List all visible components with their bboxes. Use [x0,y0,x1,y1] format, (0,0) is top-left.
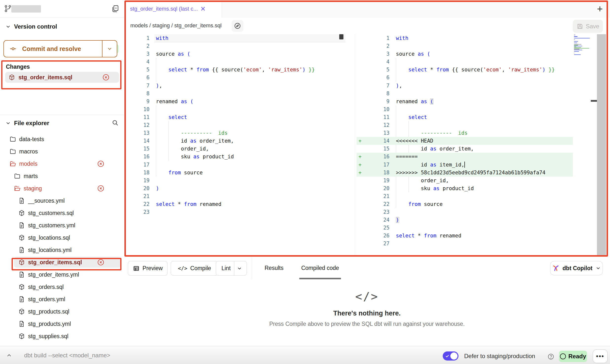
code-line: 20) [124,184,345,192]
breadcrumb-row: models / staging / stg_order_items.sql S… [124,18,610,34]
overview-ruler-marker [591,100,597,102]
code-line: 6 [356,74,573,82]
deleted-marker-icon[interactable] [97,184,105,192]
file-explorer-title: File explorer [14,120,49,127]
code-line: +18>>>>>>> 58c1dd23d5eebd9cd2495fa7124ab… [356,169,573,177]
file-tree-label: stg_customers.yml [28,222,75,229]
code-editor-left[interactable]: 1with23source as (45 select * from {{ so… [124,34,345,216]
changed-file-name: stg_order_items.sql [18,74,72,81]
more-options-button[interactable]: ••• [593,349,608,363]
file-tree-item-data-tests[interactable]: data-tests [0,133,124,145]
discard-change-icon[interactable] [102,73,110,81]
chevron-down-icon [5,120,11,126]
file-tree-label: stg_products.sql [28,308,69,315]
file-tree-label: stg_locations.sql [28,234,70,241]
tab-stg-order-items[interactable]: stg_order_items.sql (last c... ✕ [124,0,222,18]
code-line: 20 sku as product_id [356,184,573,192]
minimap[interactable] [574,35,590,56]
file-explorer-header[interactable]: File explorer [0,118,124,128]
sidebar: Version control 1 Commit and resolve Cha… [0,0,124,346]
chevron-up-icon[interactable] [6,352,12,359]
file-tree-item-stg_products.sql[interactable]: stg_products.sql [0,305,124,318]
lint-dropdown-button[interactable] [234,261,245,275]
check-icon [445,354,450,358]
defer-label: Defer to staging/production [464,353,535,360]
file-tree-item-stg_order_items.sql[interactable]: stg_order_items.sql [0,256,124,268]
cube-icon [18,259,25,266]
file-tree-label: stg_order_items.sql [28,259,82,266]
code-line: 26select * from renamed [356,232,573,240]
file-tree-item-stg_orders.sql[interactable]: stg_orders.sql [0,281,124,293]
file-tree-label: stg_supplies.sql [28,333,68,340]
right-pane-scrollbar[interactable] [597,34,606,256]
copilot-label: dbt Copilot [562,265,592,272]
deleted-marker-icon[interactable] [97,258,105,266]
file-tree-item-marts[interactable]: marts [0,170,124,182]
code-editor-right[interactable]: 1with23source as (45 select * from {{ so… [356,34,573,248]
file-tree-item-stg_customers.sql[interactable]: stg_customers.sql [0,207,124,219]
help-icon[interactable] [547,353,554,360]
file-tree-item-stg_orders.yml[interactable]: stg_orders.yml [0,293,124,305]
search-icon[interactable] [111,119,119,126]
file-tree-item-stg_products.yml[interactable]: stg_products.yml [0,318,124,330]
save-button[interactable]: Save [573,20,603,33]
status-circle-icon [560,353,566,359]
results-tab-label: Results [265,265,284,271]
doc-icon [18,247,25,253]
code-line: +14<<<<<<< HEAD [356,137,573,145]
compile-button[interactable]: </> Compile [171,261,218,276]
code-line: 14 id as order_item, [124,137,345,145]
changes-heading: Changes [6,64,30,70]
code-line: 4 [356,58,573,66]
version-control-header[interactable]: Version control 1 [0,22,124,32]
code-line: 5 select * from {{ source('ecom', 'raw_i… [356,66,573,74]
file-tree-item-stg_locations.sql[interactable]: stg_locations.sql [0,232,124,244]
changed-file-row[interactable]: stg_order_items.sql [5,72,119,83]
new-tab-button[interactable]: + [594,3,606,15]
code-line: 1with [124,34,345,42]
save-label: Save [586,23,599,30]
preview-button[interactable]: Preview [128,261,168,276]
file-tree-label: stg_orders.sql [28,284,64,290]
code-line: 6 [124,74,345,82]
file-tree-item-macros[interactable]: macros [0,145,124,158]
status-badge[interactable]: Ready [559,351,587,362]
lint-button[interactable]: Lint [216,261,247,276]
file-tree-item-models[interactable]: models [0,158,124,170]
code-line: 1with [356,34,573,42]
bottom-toolbar: Preview </> Compile Lint Results Compile… [124,257,610,280]
divider [252,257,252,279]
code-line: 12 [124,121,345,129]
doc-icon [18,271,25,278]
tab-results[interactable]: Results [258,257,290,279]
tab-close-icon[interactable]: ✕ [200,5,206,13]
commit-and-resolve-button[interactable]: Commit and resolve [3,40,117,57]
code-line: 13 ---------- ids [356,129,573,137]
cube-icon [18,234,25,241]
tab-compiled-code[interactable]: Compiled code [295,257,345,279]
command-input[interactable] [24,349,394,362]
dbt-copilot-button[interactable]: dbt Copilot [550,261,603,275]
code-line: 22 from source [356,200,573,208]
commit-button-label: Commit and resolve [22,45,81,52]
code-line: 19 [124,177,345,184]
file-tree-item-stg_order_items.yml[interactable]: stg_order_items.yml [0,268,124,281]
file-tree-label: stg_products.yml [28,321,71,327]
deleted-marker-icon[interactable] [97,160,105,168]
code-line: 7), [124,82,345,90]
file-tree-item-staging[interactable]: staging [0,182,124,195]
main-area: stg_order_items.sql (last c... ✕ + model… [124,0,610,346]
file-tree-item-stg_supplies.sql[interactable]: stg_supplies.sql [0,330,124,342]
defer-toggle[interactable] [443,351,458,361]
copy-files-icon[interactable] [111,4,119,13]
file-tree-item-__sources.yml[interactable]: __sources.yml [0,195,124,207]
file-tree-item-stg_locations.yml[interactable]: stg_locations.yml [0,244,124,256]
file-tree-item-stg_customers.yml[interactable]: stg_customers.yml [0,219,124,232]
explore-lineage-button[interactable] [232,20,243,32]
code-line: 10 [356,105,573,113]
version-control-title: Version control [14,23,57,30]
file-tree-label: stg_orders.yml [28,296,65,303]
commit-dropdown-button[interactable] [102,41,117,57]
left-pane-scrollbar-thumb[interactable] [339,34,343,39]
code-line: 11 select [124,113,345,121]
